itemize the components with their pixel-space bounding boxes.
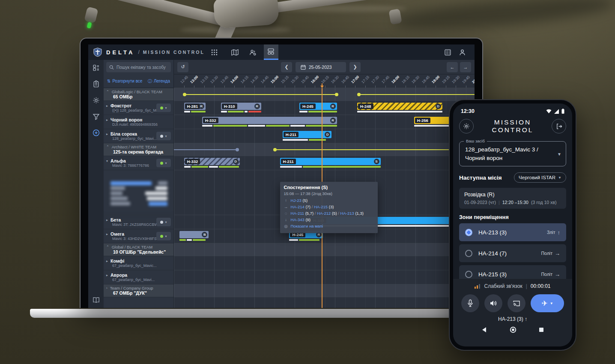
mic-button[interactable]	[461, 294, 479, 312]
zone-link[interactable]: НА-211	[291, 211, 305, 216]
progress-segment	[357, 111, 442, 112]
phone-logout-button[interactable]	[552, 119, 566, 133]
crew-row[interactable]: ▸ОмегаMavic 3: 43HD2VX9H8FS▾	[104, 229, 173, 243]
team-group-row[interactable]: ⌃Architect / WHITE TEAM125-та окрема бри…	[104, 143, 173, 156]
status-chip[interactable]: ▾	[156, 218, 171, 226]
crew-row[interactable]: ▾АльфаMavic 3: 7886776786▾	[104, 156, 173, 170]
mission-bar[interactable]: H-211S	[280, 158, 381, 165]
mission-span-line	[184, 94, 337, 95]
status-chip[interactable]: ▾	[156, 232, 171, 240]
zone-link[interactable]: НА-343	[291, 217, 305, 222]
mission-bar[interactable]: H-281R	[184, 103, 206, 110]
crew-details-redacted[interactable]	[104, 170, 173, 215]
mission-bar[interactable]: H-211D	[283, 131, 331, 138]
timeline-tick: 18:00	[395, 86, 396, 88]
speaker-button[interactable]	[484, 294, 502, 312]
nav-recents-button[interactable]	[539, 327, 544, 332]
planner-tab-icon[interactable]	[264, 44, 278, 60]
team-group-row[interactable]: ›Team / Company Group67 ОМБр "ДУК"	[104, 284, 173, 297]
teams-icon[interactable]	[246, 44, 260, 60]
zone-list-item[interactable]: НА-214 (7)Політ→	[459, 244, 566, 262]
cast-button[interactable]	[508, 294, 525, 312]
mission-bar[interactable]: H-310R	[221, 103, 261, 110]
mission-bar[interactable]: H-332R	[202, 117, 337, 124]
status-chip[interactable]: ▾	[156, 132, 171, 140]
progress-segment	[221, 111, 227, 112]
team-group-row[interactable]: ⌃Global / BLACK TEAM10 ОГШБр "Едельвейс"	[104, 243, 173, 256]
scroll-left-button[interactable]: ←	[447, 62, 458, 72]
show-on-map-link[interactable]: ◎Показати на мапі	[284, 224, 374, 228]
legend-link[interactable]: ⓘЛегенда	[148, 78, 170, 84]
zone-radio[interactable]	[465, 250, 472, 257]
mission-bar[interactable]: H-245R	[299, 103, 337, 110]
nav-home-button[interactable]	[510, 326, 516, 333]
prev-day-button[interactable]: ❮	[281, 62, 292, 72]
mission-card[interactable]: Розвідка (R) 01-09-2023 (чт) | 12:20 –15…	[459, 188, 566, 209]
progress-segment	[289, 239, 298, 241]
mission-type-dropdown[interactable]: Черговий ISTAR ▼	[514, 172, 566, 183]
mission-bar[interactable]: B	[179, 231, 209, 238]
mission-bar[interactable]: H-248D	[357, 103, 442, 110]
zone-action: Політ→	[541, 250, 560, 257]
mission-bar-label: H-281	[185, 104, 200, 109]
crew-row[interactable]: ▸БетаMavic 3T: JXZS8R6GCBWV▾	[104, 215, 173, 229]
zone-link[interactable]: НА-212	[317, 211, 331, 216]
mission-bar-label: H-211	[281, 159, 296, 164]
next-day-button[interactable]: ❯	[349, 62, 361, 72]
search-input[interactable]: Пошук екіпажу та засобу	[106, 62, 171, 72]
date-picker[interactable]: 25-05-2023	[296, 62, 346, 72]
clipboard-icon[interactable]	[93, 80, 100, 88]
timeline-tick: 15:00	[275, 86, 275, 88]
nav-back-button[interactable]	[481, 327, 487, 333]
zone-link[interactable]: НА-214	[291, 204, 305, 209]
zone-label: НА-214 (7)	[478, 250, 507, 257]
line-dot	[357, 93, 361, 96]
timeline-tick: 17:45	[385, 86, 386, 88]
laptop-base	[30, 309, 510, 318]
expand-all-icon: ⇅	[107, 79, 110, 83]
crew-row[interactable]: ▸Чорний воронDJI Autel: 4905694869356	[104, 115, 173, 129]
mission-bar[interactable]: H-332D	[184, 158, 240, 165]
vehicle-select-value-line2: Чорний ворон	[465, 154, 555, 163]
expand-all-link[interactable]: ⇅Розгорнути все	[107, 79, 142, 83]
brand-separator: /	[138, 49, 139, 55]
apps-grid-icon[interactable]	[207, 44, 222, 60]
zone-link[interactable]: НА-213	[340, 211, 354, 216]
board-view-icon[interactable]	[93, 64, 100, 71]
tooltip-zone-row: ↓НА-343 (9)	[284, 217, 374, 222]
team-group-row[interactable]: ⌃GlobalLogic / BLACK TEAM65 ОМБр	[104, 88, 173, 101]
timeline-tick: 15:15	[285, 86, 285, 88]
map-icon[interactable]	[228, 44, 242, 60]
status-chip[interactable]: ▾	[156, 159, 171, 167]
filter-icon[interactable]	[93, 113, 100, 120]
crew-row[interactable]: ▸Аврора67_реабатр_бус_Mavi...	[104, 270, 173, 284]
zone-radio[interactable]	[465, 271, 472, 278]
propeller-blur	[391, 0, 615, 36]
status-dot	[160, 221, 163, 224]
timeline-tick: 13:30	[214, 86, 215, 88]
reset-view-button[interactable]: ↺	[177, 62, 188, 72]
crew-vehicle: DJI Autel: 4905694869356	[112, 122, 171, 127]
zone-count: /	[310, 204, 314, 209]
journal-icon[interactable]	[440, 44, 455, 60]
phone-settings-button[interactable]	[459, 119, 474, 133]
crew-name: ▸Аврора	[106, 272, 171, 278]
crew-row[interactable]: ▸Фокстрот((•)) 128_реабатр_бус_Mavic▾	[104, 101, 173, 115]
vehicle-select[interactable]: Ваш засіб 128_реабатр_бус_Mavic 3 / Чорн…	[459, 141, 566, 166]
zone-list-item[interactable]: НА-213 (3)Зліт↑	[459, 223, 566, 241]
zone-radio[interactable]	[465, 229, 472, 236]
handbook-icon[interactable]	[93, 296, 100, 304]
zone-link[interactable]: HJ-23	[291, 198, 302, 203]
settings-gear-icon[interactable]	[93, 97, 100, 104]
scroll-right-button[interactable]: →	[460, 62, 471, 72]
zone-count: /	[313, 211, 317, 216]
profile-icon[interactable]	[455, 44, 469, 60]
crew-row[interactable]: ▸Біла сорока128_реабатр_бус_Mavi...▾	[104, 129, 173, 143]
mission-type-badge: D	[436, 104, 441, 109]
unit-name: 125-та окрема бригада	[113, 149, 171, 154]
status-chip[interactable]: ▾	[156, 104, 171, 112]
add-button[interactable]	[93, 129, 100, 136]
flight-mode-button[interactable]: ✈ ▼	[531, 294, 564, 312]
zone-link[interactable]: НА-215	[314, 204, 328, 209]
crew-row[interactable]: ▸Комфі67_реабатр_бус_Mavic...	[104, 256, 173, 270]
